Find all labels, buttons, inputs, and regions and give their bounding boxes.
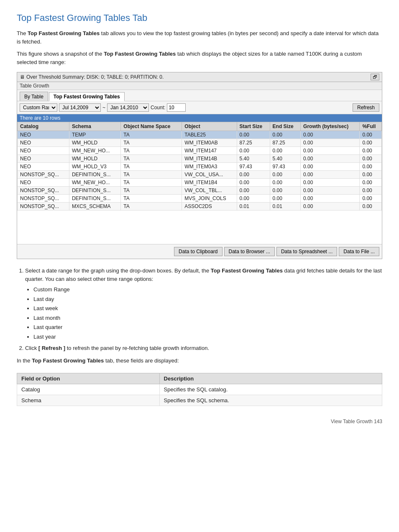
intro-para1: The Top Fastest Growing Tables tab allow… [17,29,382,46]
table-cell: 0.00 [360,131,382,139]
table-cell: VW_COL_USA... [182,171,237,179]
table-cell: WM_ITEM0A3 [182,163,237,171]
count-input[interactable] [167,103,186,112]
table-cell: TA [121,131,182,139]
date-separator: ~ [102,105,105,111]
col-object-name-space: Object Name Space [121,122,182,131]
table-cell: NONSTOP_SQ... [18,203,69,211]
fields-table-body: CatalogSpecifies the SQL catalog.SchemaS… [17,384,382,406]
page-number: View Table Growth 143 [17,419,382,424]
table-cell: 0.00 [301,147,360,155]
group-label: Table Growth [17,82,382,90]
table-cell: TA [121,203,182,211]
restore-button[interactable]: 🗗 [371,74,379,80]
table-row: NEOWM_HOLDTAWM_ITEM0AB87.2587.250.000.00 [18,139,382,147]
step1-bullets: Custom RangeLast dayLast weekLast monthL… [33,285,382,341]
fields-table-cell: Schema [17,395,160,406]
table-cell: 0.00 [360,171,382,179]
table-cell: 97.43 [237,163,270,171]
table-cell: DEFINITION_S... [69,171,120,179]
table-cell: TA [121,195,182,203]
fields-table: Field or Option Description CatalogSpeci… [17,373,382,406]
table-cell: 97.43 [270,163,301,171]
table-cell: NONSTOP_SQ... [18,171,69,179]
table-cell: TEMP [69,131,120,139]
table-cell: NEO [18,139,69,147]
bullet-item: Last week [33,304,382,313]
col-object: Object [182,122,237,131]
panel-header: 🖥 Over Threshold Summary: DISK: 0; TABLE… [17,72,382,82]
table-cell: 0.00 [360,203,382,211]
table-cell: TA [121,139,182,147]
tab-top-fastest[interactable]: Top Fastest Growing Tables [49,92,125,101]
steps-list: Select a date range for the graph using … [25,267,382,352]
date-from-select[interactable]: Jul 14,2009 [59,103,101,112]
table-cell: 0.01 [237,203,270,211]
data-to-clipboard-button[interactable]: Data to Clipboard [174,247,222,256]
table-cell: 0.00 [360,187,382,195]
table-cell: NONSTOP_SQ... [18,187,69,195]
bullet-item: Last year [33,333,382,341]
bullet-item: Last day [33,295,382,303]
table-cell: WM_HOLD [69,155,120,163]
col-schema: Schema [69,122,120,131]
table-cell: 0.00 [301,179,360,187]
table-cell: VW_COL_TBL... [182,187,237,195]
table-row: NEOWM_HOLD_V3TAWM_ITEM0A397.4397.430.000… [18,163,382,171]
tab-by-table[interactable]: By Table [20,92,48,101]
table-row: NONSTOP_SQ...DEFINITION_S...TAVW_COL_TBL… [18,187,382,195]
table-cell: 0.00 [270,131,301,139]
fields-table-cell: Catalog [17,384,160,395]
table-cell: 0.00 [301,195,360,203]
table-cell: WM_NEW_HO... [69,147,120,155]
table-row: NONSTOP_SQ...DEFINITION_S...TAVW_COL_USA… [18,171,382,179]
table-cell: TA [121,171,182,179]
row-count-bar: There are 10 rows [17,114,382,122]
table-row: NEOWM_HOLDTAWM_ITEM14B5.405.400.000.00 [18,155,382,163]
table-cell: 0.00 [360,179,382,187]
table-cell: 0.00 [360,195,382,203]
table-cell: 0.00 [301,155,360,163]
table-cell: WM_ITEM1B4 [182,179,237,187]
page-title: Top Fastest Growing Tables Tab [17,13,382,23]
table-cell: TABLE25 [182,131,237,139]
intro-para2: This figure shows a snapshot of the Top … [17,50,382,66]
table-cell: 0.00 [301,131,360,139]
range-select[interactable]: Custom Ran Last day Last week Last month… [20,103,57,112]
screenshot-panel: 🖥 Over Threshold Summary: DISK: 0; TABLE… [17,72,382,259]
table-cell: 0.00 [237,187,270,195]
data-to-spreadsheet-button[interactable]: Data to Spreadsheet ... [276,247,337,256]
controls-row: Custom Ran Last day Last week Last month… [17,101,382,114]
table-cell: ASSOC2DS [182,203,237,211]
table-cell: NEO [18,147,69,155]
table-cell: TA [121,187,182,195]
table-cell: WM_ITEM0AB [182,139,237,147]
table-body: NEOTEMPTATABLE250.000.000.000.00NEOWM_HO… [18,131,382,211]
data-to-file-button[interactable]: Data to File ... [339,247,379,256]
db-icon: 🖥 [20,74,25,80]
date-to-select[interactable]: Jan 14,2010 [107,103,149,112]
bullet-item: Last month [33,314,382,322]
table-cell: DEFINITION_S... [69,195,120,203]
fields-col-description: Description [159,373,382,384]
fields-col-field: Field or Option [17,373,160,384]
step-1: Select a date range for the graph using … [25,267,382,341]
table-cell: 0.00 [270,179,301,187]
table-cell: 0.00 [237,179,270,187]
table-row: NONSTOP_SQ...MXCS_SCHEMATAASSOC2DS0.010.… [18,203,382,211]
bullet-item: Custom Range [33,285,382,294]
table-cell: 0.00 [301,187,360,195]
table-cell: TA [121,147,182,155]
table-cell: NEO [18,179,69,187]
table-cell: 0.00 [237,147,270,155]
fields-intro: In the Top Fastest Growing Tables tab, t… [17,357,382,365]
bullet-item: Last quarter [33,323,382,332]
refresh-button[interactable]: Refresh [353,103,379,112]
table-cell: 0.00 [360,163,382,171]
table-cell: 5.40 [270,155,301,163]
fields-table-cell: Specifies the SQL catalog. [159,384,382,395]
panel-header-text: Over Threshold Summary: DISK: 0; TABLE: … [26,74,164,80]
table-cell: 0.00 [237,131,270,139]
fields-section: Field or Option Description CatalogSpeci… [17,373,382,406]
data-to-browser-button[interactable]: Data to Browser ... [224,247,275,256]
